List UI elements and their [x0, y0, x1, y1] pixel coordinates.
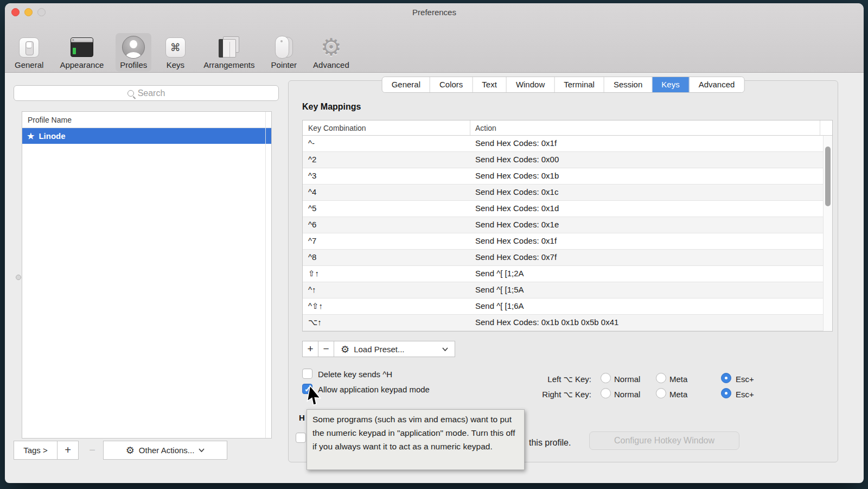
gear-icon: [319, 36, 343, 59]
toolbar-item-label: Advanced: [313, 60, 349, 69]
search-input[interactable]: Search: [14, 85, 279, 101]
hotkey-checkbox[interactable]: [296, 433, 306, 443]
table-row[interactable]: ^5Send Hex Codes: 0x1d: [303, 201, 832, 217]
right-option-esc-radio[interactable]: [721, 388, 731, 398]
scrollbar-thumb[interactable]: [825, 147, 831, 206]
right-option-key-label: Right ⌥ Key:: [515, 390, 591, 399]
tab-keys[interactable]: Keys: [652, 77, 689, 92]
right-option-meta-radio[interactable]: [656, 388, 666, 398]
remove-profile-button: −: [84, 441, 100, 460]
toolbar-item-keys[interactable]: Keys: [159, 33, 192, 72]
add-profile-button[interactable]: +: [57, 441, 79, 460]
command-key-icon: [163, 36, 187, 59]
profile-row-linode[interactable]: ★ Linode: [22, 128, 271, 144]
column-header-action[interactable]: Action: [475, 120, 496, 136]
delete-key-checkbox[interactable]: [302, 369, 312, 379]
search-icon: [127, 90, 134, 97]
pane-resize-dot[interactable]: [16, 275, 21, 280]
radio-label: Esc+: [736, 374, 754, 384]
profile-list: Profile Name ★ Linode: [22, 111, 272, 439]
appearance-terminal-icon: ×: [70, 36, 94, 59]
table-row[interactable]: ^↑Send ^[ [1;5A: [303, 282, 832, 299]
tab-session[interactable]: Session: [604, 77, 652, 92]
titlebar: Preferences General × Appearance Profile…: [5, 3, 864, 73]
gear-icon: [126, 444, 135, 456]
table-scrollbar[interactable]: [823, 136, 832, 331]
other-actions-label: Other Actions...: [139, 446, 195, 455]
gear-icon: [341, 344, 349, 355]
toolbar-item-general[interactable]: General: [10, 33, 48, 72]
radio-label: Esc+: [736, 390, 754, 399]
right-option-normal-radio[interactable]: [601, 388, 611, 398]
keypad-mode-tooltip: Some programs (such as vim and emacs) wa…: [307, 409, 525, 470]
toolbar-item-appearance[interactable]: × Appearance: [55, 33, 108, 72]
general-switch-icon: [17, 36, 41, 59]
left-option-meta-radio[interactable]: [656, 373, 666, 383]
radio-label: Meta: [669, 390, 687, 399]
key-mappings-heading: Key Mappings: [302, 102, 361, 112]
toolbar-item-label: Appearance: [60, 60, 104, 69]
toolbar-item-label: Pointer: [271, 60, 297, 69]
column-header-key[interactable]: Key Combination: [308, 120, 366, 136]
profile-list-header: Profile Name: [22, 112, 271, 128]
search-placeholder: Search: [138, 88, 165, 98]
windows-stack-icon: [217, 36, 241, 59]
key-mappings-table: Key Combination Action ^-Send Hex Codes:…: [302, 120, 833, 332]
star-icon: ★: [27, 131, 34, 141]
radio-label: Meta: [669, 374, 687, 384]
table-row[interactable]: ^7Send Hex Codes: 0x1f: [303, 233, 832, 250]
load-preset-dropdown[interactable]: Load Preset...: [334, 341, 455, 357]
table-row[interactable]: ⇧↑Send ^[ [1;2A: [303, 266, 832, 282]
toolbar: General × Appearance Profiles Keys Ar: [10, 23, 354, 72]
tab-advanced[interactable]: Advanced: [690, 77, 744, 92]
table-row[interactable]: ^-Send Hex Codes: 0x1f: [303, 136, 832, 152]
left-option-esc-radio[interactable]: [721, 373, 731, 383]
profile-name: Linode: [39, 131, 65, 141]
column-divider: [820, 120, 820, 135]
table-row[interactable]: ^8Send Hex Codes: 0x7f: [303, 250, 832, 266]
table-row[interactable]: ^⇧↑Send ^[ [1;6A: [303, 299, 832, 315]
tab-window[interactable]: Window: [507, 77, 554, 92]
table-row[interactable]: ^2Send Hex Codes: 0x00: [303, 152, 832, 168]
profiles-person-icon: [122, 36, 145, 59]
delete-key-label: Delete key sends ^H: [318, 370, 392, 379]
column-divider: [265, 112, 266, 438]
table-header: Key Combination Action: [303, 120, 832, 136]
keypad-mode-label: Allow application keypad mode: [318, 385, 430, 394]
radio-label: Normal: [614, 390, 640, 399]
toolbar-item-advanced[interactable]: Advanced: [309, 33, 354, 72]
remove-mapping-button[interactable]: −: [318, 341, 334, 357]
window-title: Preferences: [5, 8, 864, 17]
toolbar-item-label: Arrangements: [203, 60, 254, 69]
desktop-background: { "window": { "title": "Preferences" }, …: [0, 0, 868, 489]
add-mapping-button[interactable]: +: [303, 341, 318, 357]
other-actions-dropdown[interactable]: Other Actions...: [103, 441, 227, 460]
left-option-normal-radio[interactable]: [601, 373, 611, 383]
mapping-controls: + − Load Preset...: [302, 341, 455, 357]
profile-tabs: General Colors Text Window Terminal Sess…: [382, 77, 745, 93]
hotkey-heading-partial: H: [299, 413, 305, 422]
table-row[interactable]: ^3Send Hex Codes: 0x1b: [303, 168, 832, 185]
hotkey-profile-text: this profile.: [529, 438, 571, 448]
configure-hotkey-window-button: Configure Hotkey Window: [589, 431, 739, 450]
toolbar-item-arrangements[interactable]: Arrangements: [199, 33, 259, 72]
preferences-window: Preferences General × Appearance Profile…: [5, 3, 864, 483]
radio-label: Normal: [614, 374, 640, 384]
table-row[interactable]: ⌥↑Send Hex Codes: 0x1b 0x1b 0x5b 0x41: [303, 315, 832, 331]
table-row[interactable]: ^4Send Hex Codes: 0x1c: [303, 185, 832, 201]
table-row[interactable]: ^6Send Hex Codes: 0x1e: [303, 217, 832, 233]
toolbar-item-pointer[interactable]: Pointer: [267, 33, 302, 72]
toolbar-item-label: Profiles: [120, 60, 147, 69]
table-body: ^-Send Hex Codes: 0x1f ^2Send Hex Codes:…: [303, 136, 832, 331]
tab-terminal[interactable]: Terminal: [554, 77, 604, 92]
toolbar-item-profiles[interactable]: Profiles: [116, 33, 151, 72]
chevron-down-icon: [199, 448, 205, 452]
toolbar-item-label: General: [15, 60, 43, 69]
column-divider: [470, 120, 470, 135]
tags-button[interactable]: Tags >: [14, 441, 58, 460]
tab-text[interactable]: Text: [473, 77, 507, 92]
chevron-down-icon: [442, 347, 448, 351]
tab-colors[interactable]: Colors: [430, 77, 473, 92]
load-preset-label: Load Preset...: [354, 345, 438, 354]
tab-general[interactable]: General: [382, 77, 430, 92]
